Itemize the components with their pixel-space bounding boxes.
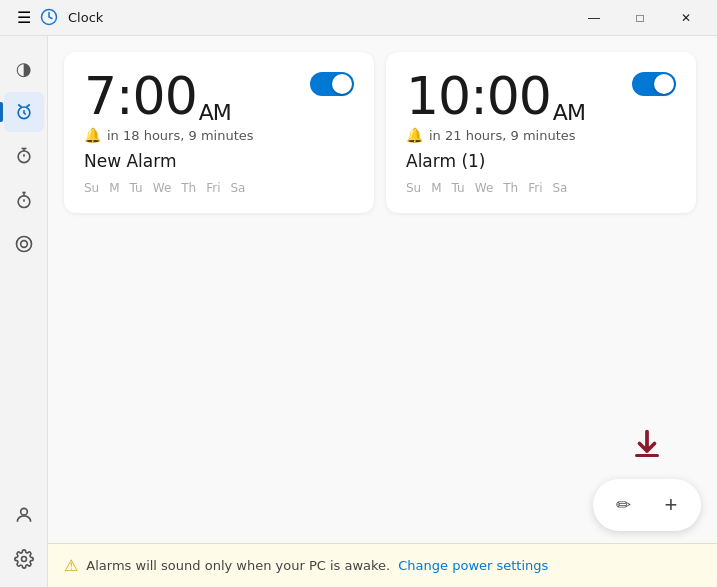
app-layout: ◑: [0, 36, 717, 587]
svg-line-3: [26, 105, 29, 108]
alarm-1-countdown: 🔔 in 18 hours, 9 minutes: [84, 127, 354, 143]
add-alarm-button[interactable]: +: [651, 485, 691, 525]
alarm-2-days: Su M Tu We Th Fri Sa: [406, 181, 676, 195]
content-area: 7:00AM 🔔 in 18 hours, 9 minutes New Alar…: [48, 36, 717, 587]
sidebar-item-stopwatch[interactable]: [4, 136, 44, 176]
sidebar-item-alarm[interactable]: [4, 92, 44, 132]
alarm-card-1[interactable]: 7:00AM 🔔 in 18 hours, 9 minutes New Alar…: [64, 52, 374, 213]
alarm-2-time: 10:00AM: [406, 68, 585, 125]
alarm-2-day-su: Su: [406, 181, 421, 195]
alarm-2-day-th: Th: [503, 181, 518, 195]
svg-rect-14: [635, 454, 659, 457]
warning-icon: ⚠: [64, 556, 78, 575]
bell-icon-1: 🔔: [84, 127, 101, 143]
sidebar-item-account[interactable]: [4, 495, 44, 535]
add-icon: +: [665, 492, 678, 518]
alarm-2-toggle[interactable]: [632, 72, 676, 96]
alarm-card-1-header: 7:00AM: [84, 68, 354, 125]
window-controls: — □ ✕: [571, 2, 709, 34]
title-bar: ☰ Clock — □ ✕: [0, 0, 717, 36]
sidebar-item-world-clock[interactable]: ◑: [4, 48, 44, 88]
sidebar: ◑: [0, 36, 48, 587]
change-power-settings-link[interactable]: Change power settings: [398, 558, 548, 573]
sidebar-nav: ◑: [4, 44, 44, 495]
fab-buttons: ✏ +: [593, 479, 701, 531]
fab-area: ✏ +: [593, 427, 701, 531]
alarm-card-2-header: 10:00AM: [406, 68, 676, 125]
alarm-1-day-th: Th: [181, 181, 196, 195]
minimize-button[interactable]: —: [571, 2, 617, 34]
svg-point-11: [16, 237, 31, 252]
close-button[interactable]: ✕: [663, 2, 709, 34]
alarm-1-toggle[interactable]: [310, 72, 354, 96]
sidebar-item-focus[interactable]: [4, 224, 44, 264]
menu-button[interactable]: ☰: [8, 2, 40, 34]
svg-point-10: [20, 241, 27, 248]
alarm-1-day-m: M: [109, 181, 119, 195]
svg-point-13: [21, 557, 26, 562]
alarm-2-name: Alarm (1): [406, 151, 676, 171]
app-icon: [40, 8, 60, 28]
hamburger-icon: ☰: [17, 8, 31, 27]
alarm-grid: 7:00AM 🔔 in 18 hours, 9 minutes New Alar…: [48, 36, 717, 229]
alarm-1-days: Su M Tu We Th Fri Sa: [84, 181, 354, 195]
maximize-button[interactable]: □: [617, 2, 663, 34]
alarm-1-name: New Alarm: [84, 151, 354, 171]
alarm-1-day-we: We: [153, 181, 172, 195]
alarm-1-day-fr: Fri: [206, 181, 220, 195]
edit-alarm-button[interactable]: ✏: [603, 485, 643, 525]
window-title: Clock: [68, 10, 571, 25]
edit-icon: ✏: [616, 494, 631, 516]
svg-line-2: [18, 105, 21, 108]
alarm-2-countdown: 🔔 in 21 hours, 9 minutes: [406, 127, 676, 143]
alarm-1-day-sa: Sa: [231, 181, 246, 195]
svg-point-12: [20, 508, 27, 515]
alarm-2-day-m: M: [431, 181, 441, 195]
alarm-2-day-sa: Sa: [553, 181, 568, 195]
alarm-1-time: 7:00AM: [84, 68, 231, 125]
bell-icon-2: 🔔: [406, 127, 423, 143]
download-icon: [629, 427, 665, 471]
status-message: Alarms will sound only when your PC is a…: [86, 558, 390, 573]
alarm-2-day-tu: Tu: [452, 181, 465, 195]
alarm-2-day-fr: Fri: [528, 181, 542, 195]
alarm-1-day-su: Su: [84, 181, 99, 195]
svg-point-4: [18, 151, 30, 163]
status-bar: ⚠ Alarms will sound only when your PC is…: [48, 543, 717, 587]
alarm-1-day-tu: Tu: [130, 181, 143, 195]
sidebar-item-timer[interactable]: [4, 180, 44, 220]
alarm-2-day-we: We: [475, 181, 494, 195]
sidebar-item-settings[interactable]: [4, 539, 44, 579]
alarm-card-2[interactable]: 10:00AM 🔔 in 21 hours, 9 minutes Alarm (…: [386, 52, 696, 213]
sidebar-bottom: [4, 495, 44, 587]
